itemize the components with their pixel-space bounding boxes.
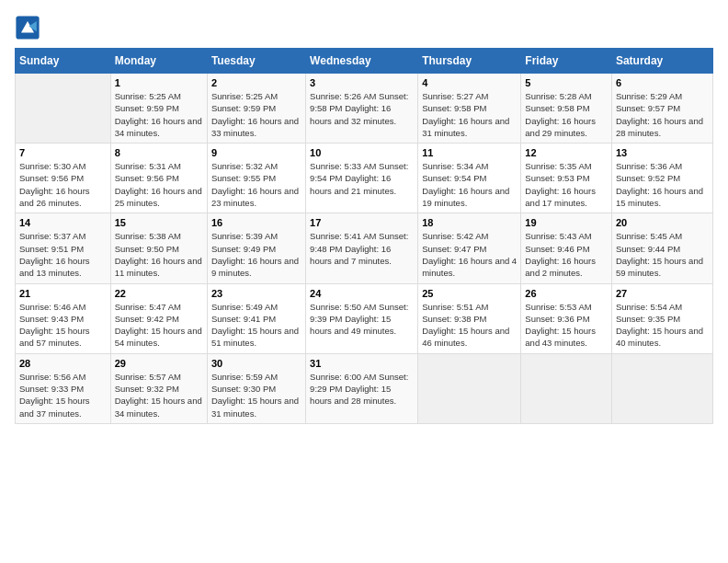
- day-info: Sunrise: 5:56 AM Sunset: 9:33 PM Dayligh…: [19, 371, 107, 419]
- day-cell: [521, 353, 612, 423]
- day-number: 23: [211, 288, 301, 299]
- day-cell: 12Sunrise: 5:35 AM Sunset: 9:53 PM Dayli…: [521, 144, 612, 213]
- day-number: 21: [19, 288, 107, 299]
- day-info: Sunrise: 5:28 AM Sunset: 9:58 PM Dayligh…: [525, 90, 608, 139]
- day-number: 9: [211, 147, 301, 158]
- week-row-2: 7Sunrise: 5:30 AM Sunset: 9:56 PM Daylig…: [16, 144, 713, 213]
- day-number: 2: [211, 77, 301, 88]
- day-cell: [611, 353, 712, 423]
- day-number: 5: [525, 77, 608, 88]
- day-number: 3: [310, 77, 414, 88]
- day-info: Sunrise: 5:33 AM Sunset: 9:54 PM Dayligh…: [310, 160, 414, 197]
- day-info: Sunrise: 5:43 AM Sunset: 9:46 PM Dayligh…: [525, 230, 608, 279]
- day-info: Sunrise: 5:54 AM Sunset: 9:35 PM Dayligh…: [616, 301, 709, 350]
- day-number: 27: [616, 288, 709, 299]
- day-info: Sunrise: 5:59 AM Sunset: 9:30 PM Dayligh…: [211, 371, 301, 419]
- day-cell: 11Sunrise: 5:34 AM Sunset: 9:54 PM Dayli…: [418, 144, 521, 213]
- day-info: Sunrise: 5:53 AM Sunset: 9:36 PM Dayligh…: [525, 301, 608, 350]
- day-number: 10: [310, 147, 414, 158]
- calendar-header: SundayMondayTuesdayWednesdayThursdayFrid…: [16, 49, 713, 74]
- day-cell: 25Sunrise: 5:51 AM Sunset: 9:38 PM Dayli…: [418, 283, 521, 353]
- day-info: Sunrise: 6:00 AM Sunset: 9:29 PM Dayligh…: [310, 371, 414, 408]
- day-info: Sunrise: 5:46 AM Sunset: 9:43 PM Dayligh…: [19, 301, 107, 350]
- day-number: 28: [19, 358, 107, 369]
- day-cell: 4Sunrise: 5:27 AM Sunset: 9:58 PM Daylig…: [418, 74, 521, 144]
- day-info: Sunrise: 5:25 AM Sunset: 9:59 PM Dayligh…: [211, 90, 301, 139]
- calendar-table: SundayMondayTuesdayWednesdayThursdayFrid…: [15, 48, 713, 424]
- day-cell: 5Sunrise: 5:28 AM Sunset: 9:58 PM Daylig…: [521, 74, 612, 144]
- day-number: 8: [115, 147, 203, 158]
- day-number: 24: [310, 288, 414, 299]
- day-number: 25: [422, 288, 517, 299]
- day-info: Sunrise: 5:35 AM Sunset: 9:53 PM Dayligh…: [525, 160, 608, 209]
- day-cell: 9Sunrise: 5:32 AM Sunset: 9:55 PM Daylig…: [207, 144, 305, 213]
- day-cell: 17Sunrise: 5:41 AM Sunset: 9:48 PM Dayli…: [306, 213, 418, 283]
- header-cell-thursday: Thursday: [418, 49, 521, 74]
- day-info: Sunrise: 5:51 AM Sunset: 9:38 PM Dayligh…: [422, 301, 517, 350]
- header-cell-friday: Friday: [521, 49, 612, 74]
- day-number: 13: [616, 147, 709, 158]
- day-number: 14: [19, 217, 107, 228]
- header-cell-monday: Monday: [110, 49, 207, 74]
- day-cell: 30Sunrise: 5:59 AM Sunset: 9:30 PM Dayli…: [207, 353, 305, 423]
- day-info: Sunrise: 5:50 AM Sunset: 9:39 PM Dayligh…: [310, 301, 414, 338]
- header-cell-wednesday: Wednesday: [306, 49, 418, 74]
- header-row: SundayMondayTuesdayWednesdayThursdayFrid…: [16, 49, 713, 74]
- day-cell: 13Sunrise: 5:36 AM Sunset: 9:52 PM Dayli…: [611, 144, 712, 213]
- day-info: Sunrise: 5:25 AM Sunset: 9:59 PM Dayligh…: [115, 90, 203, 139]
- header-cell-tuesday: Tuesday: [207, 49, 305, 74]
- day-cell: 31Sunrise: 6:00 AM Sunset: 9:29 PM Dayli…: [306, 353, 418, 423]
- day-cell: 20Sunrise: 5:45 AM Sunset: 9:44 PM Dayli…: [611, 213, 712, 283]
- logo: [15, 15, 44, 40]
- day-cell: 3Sunrise: 5:26 AM Sunset: 9:58 PM Daylig…: [306, 74, 418, 144]
- calendar-body: 1Sunrise: 5:25 AM Sunset: 9:59 PM Daylig…: [16, 74, 713, 424]
- day-number: 7: [19, 147, 107, 158]
- week-row-1: 1Sunrise: 5:25 AM Sunset: 9:59 PM Daylig…: [16, 74, 713, 144]
- day-cell: 14Sunrise: 5:37 AM Sunset: 9:51 PM Dayli…: [16, 213, 111, 283]
- day-number: 30: [211, 358, 301, 369]
- day-number: 4: [422, 77, 517, 88]
- day-number: 26: [525, 288, 608, 299]
- day-number: 17: [310, 217, 414, 228]
- day-number: 12: [525, 147, 608, 158]
- day-info: Sunrise: 5:47 AM Sunset: 9:42 PM Dayligh…: [115, 301, 203, 350]
- day-info: Sunrise: 5:36 AM Sunset: 9:52 PM Dayligh…: [616, 160, 709, 209]
- day-info: Sunrise: 5:29 AM Sunset: 9:57 PM Dayligh…: [616, 90, 709, 139]
- day-cell: 8Sunrise: 5:31 AM Sunset: 9:56 PM Daylig…: [110, 144, 207, 213]
- day-cell: 7Sunrise: 5:30 AM Sunset: 9:56 PM Daylig…: [16, 144, 111, 213]
- day-info: Sunrise: 5:30 AM Sunset: 9:56 PM Dayligh…: [19, 160, 107, 209]
- day-info: Sunrise: 5:26 AM Sunset: 9:58 PM Dayligh…: [310, 90, 414, 127]
- day-info: Sunrise: 5:42 AM Sunset: 9:47 PM Dayligh…: [422, 230, 517, 279]
- day-number: 6: [616, 77, 709, 88]
- day-cell: [418, 353, 521, 423]
- day-cell: 18Sunrise: 5:42 AM Sunset: 9:47 PM Dayli…: [418, 213, 521, 283]
- day-info: Sunrise: 5:27 AM Sunset: 9:58 PM Dayligh…: [422, 90, 517, 139]
- day-cell: 21Sunrise: 5:46 AM Sunset: 9:43 PM Dayli…: [16, 283, 111, 353]
- day-cell: 27Sunrise: 5:54 AM Sunset: 9:35 PM Dayli…: [611, 283, 712, 353]
- day-cell: 16Sunrise: 5:39 AM Sunset: 9:49 PM Dayli…: [207, 213, 305, 283]
- header-cell-saturday: Saturday: [611, 49, 712, 74]
- day-number: 15: [115, 217, 203, 228]
- day-cell: 2Sunrise: 5:25 AM Sunset: 9:59 PM Daylig…: [207, 74, 305, 144]
- day-info: Sunrise: 5:39 AM Sunset: 9:49 PM Dayligh…: [211, 230, 301, 279]
- day-cell: [16, 74, 111, 144]
- page-header: [15, 15, 713, 40]
- logo-icon: [15, 15, 40, 40]
- day-info: Sunrise: 5:57 AM Sunset: 9:32 PM Dayligh…: [115, 371, 203, 419]
- day-number: 20: [616, 217, 709, 228]
- day-number: 31: [310, 358, 414, 369]
- day-info: Sunrise: 5:31 AM Sunset: 9:56 PM Dayligh…: [115, 160, 203, 209]
- day-info: Sunrise: 5:32 AM Sunset: 9:55 PM Dayligh…: [211, 160, 301, 209]
- week-row-5: 28Sunrise: 5:56 AM Sunset: 9:33 PM Dayli…: [16, 353, 713, 423]
- day-cell: 26Sunrise: 5:53 AM Sunset: 9:36 PM Dayli…: [521, 283, 612, 353]
- day-number: 11: [422, 147, 517, 158]
- day-info: Sunrise: 5:49 AM Sunset: 9:41 PM Dayligh…: [211, 301, 301, 350]
- header-cell-sunday: Sunday: [16, 49, 111, 74]
- day-cell: 6Sunrise: 5:29 AM Sunset: 9:57 PM Daylig…: [611, 74, 712, 144]
- day-number: 22: [115, 288, 203, 299]
- day-info: Sunrise: 5:45 AM Sunset: 9:44 PM Dayligh…: [616, 230, 709, 279]
- day-number: 1: [115, 77, 203, 88]
- day-info: Sunrise: 5:38 AM Sunset: 9:50 PM Dayligh…: [115, 230, 203, 279]
- day-number: 18: [422, 217, 517, 228]
- day-cell: 23Sunrise: 5:49 AM Sunset: 9:41 PM Dayli…: [207, 283, 305, 353]
